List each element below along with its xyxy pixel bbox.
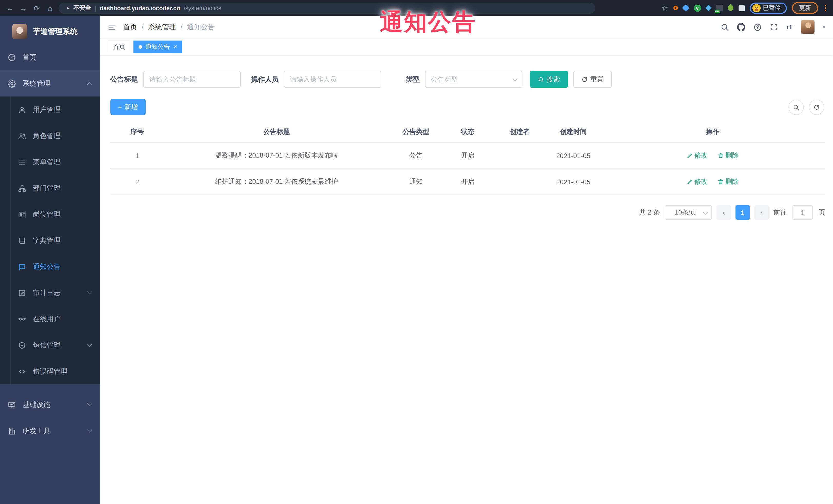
sidebar-item-online-users[interactable]: 在线用户 bbox=[0, 306, 100, 332]
hamburger-icon bbox=[108, 23, 116, 31]
extension-icon[interactable]: on bbox=[716, 5, 722, 11]
column-header-type: 公告类型 bbox=[389, 122, 443, 142]
cell-type: 公告 bbox=[389, 142, 443, 169]
user-icon bbox=[18, 105, 26, 114]
goto-page-input[interactable] bbox=[792, 205, 813, 220]
browser-reload-icon[interactable]: ⟳ bbox=[32, 4, 42, 12]
extension-icon[interactable] bbox=[682, 4, 690, 12]
not-secure-label: 不安全 bbox=[73, 4, 91, 12]
browser-forward-icon[interactable]: → bbox=[19, 4, 28, 12]
breadcrumb-system[interactable]: 系统管理 bbox=[148, 22, 176, 31]
chevron-down-icon bbox=[87, 341, 92, 347]
column-header-index: 序号 bbox=[110, 122, 164, 142]
sidebar-item-home[interactable]: 首页 bbox=[0, 44, 100, 70]
search-icon bbox=[538, 76, 544, 82]
notice-type-select-input[interactable] bbox=[425, 71, 523, 88]
refresh-icon bbox=[813, 104, 820, 110]
shield-icon bbox=[18, 341, 26, 349]
sidebar-item-roles[interactable]: 角色管理 bbox=[0, 123, 100, 149]
edit-square-icon bbox=[18, 289, 26, 297]
sidebar-item-sms[interactable]: 短信管理 bbox=[0, 332, 100, 358]
page-size-select[interactable] bbox=[665, 205, 712, 220]
total-count: 共 2 条 bbox=[639, 208, 660, 217]
extensions-puzzle-icon[interactable] bbox=[738, 5, 744, 11]
table-toolbar: + 新增 bbox=[110, 99, 825, 115]
app-logo: 芋道管理系统 bbox=[0, 19, 100, 44]
notice-type-select[interactable] bbox=[425, 71, 523, 88]
page-button-1[interactable]: 1 bbox=[736, 205, 750, 220]
sidebar-item-infrastructure[interactable]: 基础设施 bbox=[0, 391, 100, 418]
browser-toolbar-right: ☆ v on 已暂停 更新 bbox=[662, 2, 828, 14]
edit-link[interactable]: 修改 bbox=[687, 151, 708, 160]
notice-title-label: 公告标题 bbox=[110, 75, 138, 84]
address-bar[interactable]: ▲ 不安全 | dashboard.yudao.iocoder.cn/syste… bbox=[58, 2, 595, 14]
cell-creator bbox=[493, 169, 546, 195]
notices-table: 序号 公告标题 公告类型 状态 创建者 创建时间 操作 1 温馨提醒：2018- bbox=[110, 122, 825, 195]
add-button[interactable]: + 新增 bbox=[110, 99, 145, 115]
search-button[interactable]: 搜索 bbox=[530, 71, 568, 88]
font-size-icon[interactable]: тT bbox=[786, 23, 792, 31]
help-icon[interactable] bbox=[753, 23, 761, 31]
sidebar-item-departments[interactable]: 部门管理 bbox=[0, 175, 100, 201]
cell-title: 维护通知：2018-07-01 若依系统凌晨维护 bbox=[164, 169, 389, 195]
browser-back-icon[interactable]: ← bbox=[5, 4, 15, 12]
cell-status: 开启 bbox=[443, 142, 493, 169]
sidebar-collapse-button[interactable] bbox=[108, 23, 116, 31]
trash-icon bbox=[718, 152, 724, 159]
refresh-table-button[interactable] bbox=[809, 99, 824, 115]
sidebar-item-dictionaries[interactable]: 字典管理 bbox=[0, 227, 100, 254]
profile-paused-chip[interactable]: 已暂停 bbox=[749, 2, 787, 14]
chevron-down-icon bbox=[87, 401, 92, 406]
github-icon[interactable] bbox=[737, 23, 745, 31]
chrome-update-button[interactable]: 更新 bbox=[792, 2, 818, 14]
page-unit-label: 页 bbox=[818, 208, 825, 217]
sidebar: 芋道管理系统 首页 系统管理 用户管理 角色管理 bbox=[0, 16, 100, 504]
sidebar-item-error-codes[interactable]: 错误码管理 bbox=[0, 358, 100, 384]
fullscreen-icon[interactable] bbox=[770, 23, 778, 31]
sidebar-item-users[interactable]: 用户管理 bbox=[0, 96, 100, 123]
cell-actions: 修改 删除 bbox=[600, 142, 825, 169]
search-icon[interactable] bbox=[720, 23, 729, 31]
chevron-down-icon bbox=[87, 289, 92, 294]
pencil-icon bbox=[687, 178, 693, 185]
extension-on-badge: on bbox=[715, 10, 719, 13]
column-header-created: 创建时间 bbox=[546, 122, 600, 142]
sidebar-item-audit-log[interactable]: 审计日志 bbox=[0, 280, 100, 306]
extension-icon[interactable] bbox=[673, 6, 678, 10]
tab-home[interactable]: 首页 bbox=[108, 40, 130, 53]
edit-link[interactable]: 修改 bbox=[687, 177, 708, 186]
column-header-title: 公告标题 bbox=[164, 122, 389, 142]
breadcrumb-home[interactable]: 首页 bbox=[123, 22, 137, 31]
chevron-down-icon bbox=[87, 427, 92, 432]
notice-title-input[interactable] bbox=[143, 71, 241, 88]
tab-notices[interactable]: 通知公告 × bbox=[134, 40, 182, 53]
sidebar-item-system[interactable]: 系统管理 bbox=[0, 70, 100, 96]
page-size-select-input[interactable] bbox=[665, 205, 712, 220]
logo-avatar bbox=[12, 24, 27, 39]
delete-link[interactable]: 删除 bbox=[718, 151, 739, 160]
bookmark-star-icon[interactable]: ☆ bbox=[662, 4, 668, 12]
sidebar-item-notices[interactable]: 通知公告 bbox=[0, 254, 100, 280]
delete-link[interactable]: 删除 bbox=[718, 177, 739, 186]
address-divider: | bbox=[95, 5, 96, 11]
caret-down-icon[interactable]: ▾ bbox=[823, 24, 825, 30]
extension-icon[interactable] bbox=[705, 5, 711, 11]
prev-page-button[interactable]: ‹ bbox=[716, 205, 731, 220]
next-page-button[interactable]: › bbox=[755, 205, 769, 220]
operator-input[interactable] bbox=[284, 71, 381, 88]
goto-label: 前往 bbox=[774, 208, 787, 217]
reset-button[interactable]: 重置 bbox=[573, 71, 612, 88]
close-tab-icon[interactable]: × bbox=[173, 43, 177, 50]
extension-icon[interactable]: v bbox=[694, 4, 701, 11]
toggle-search-button[interactable] bbox=[788, 99, 804, 115]
browser-home-icon[interactable]: ⌂ bbox=[45, 4, 55, 12]
sidebar-item-dev-tools[interactable]: 研发工具 bbox=[0, 418, 100, 444]
paused-label: 已暂停 bbox=[763, 4, 781, 12]
user-avatar[interactable] bbox=[801, 20, 814, 34]
users-icon bbox=[18, 131, 26, 140]
sidebar-item-posts[interactable]: 岗位管理 bbox=[0, 201, 100, 227]
sidebar-item-menus[interactable]: 菜单管理 bbox=[0, 149, 100, 175]
browser-menu-icon[interactable] bbox=[823, 5, 828, 11]
toolbar-right bbox=[788, 99, 824, 115]
extension-icon[interactable] bbox=[726, 4, 734, 12]
